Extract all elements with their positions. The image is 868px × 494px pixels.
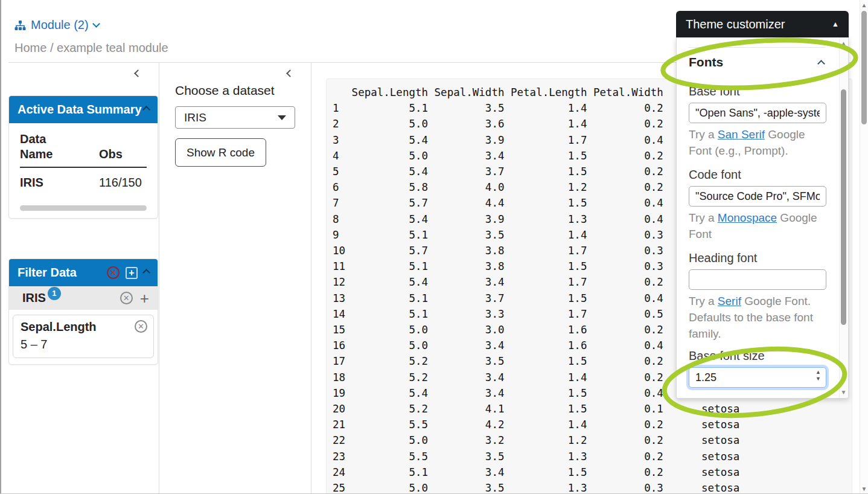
panel-scrollbar[interactable]: ▲ ▼ xyxy=(839,37,847,398)
panel-collapse-triangle-icon[interactable]: ▲ xyxy=(832,20,839,28)
code-font-label: Code font xyxy=(689,168,825,182)
fonts-section-title: Fonts xyxy=(689,55,723,69)
add-dataset-filter-icon[interactable]: + xyxy=(140,292,149,304)
filter-dataset-row: IRIS 1 ✕ + xyxy=(9,286,158,310)
breadcrumb: Home / example teal module xyxy=(14,41,168,55)
sitemap-icon xyxy=(14,21,26,30)
chevron-left-icon xyxy=(134,69,142,77)
sidebar-divider xyxy=(159,63,159,494)
dataset-select-label: Choose a dataset xyxy=(175,83,275,98)
number-spinner[interactable]: ▲ ▼ xyxy=(815,370,821,382)
filter-field-name: Sepal.Length xyxy=(21,320,146,334)
collapse-up-icon[interactable] xyxy=(142,106,150,114)
page-scrollbar[interactable]: ▲ ▼ xyxy=(860,0,868,494)
collapse-up-icon[interactable] xyxy=(142,269,150,277)
panel-scrollbar-thumb[interactable] xyxy=(841,89,846,325)
heading-font-label: Heading font xyxy=(689,251,825,265)
filter-data-title: Filter Data xyxy=(18,266,77,279)
theme-customizer-body: Fonts Base font Try a San Serif Google F… xyxy=(676,37,849,399)
spinner-up-icon[interactable]: ▲ xyxy=(815,370,821,375)
filter-dataset-name: IRIS xyxy=(22,291,46,305)
module-selector-label: Module (2) xyxy=(31,18,89,32)
dataset-select[interactable]: IRIS xyxy=(175,106,295,129)
remove-dataset-filters-icon[interactable]: ✕ xyxy=(120,292,133,304)
base-font-size-input[interactable] xyxy=(689,367,826,388)
code-font-help: Try a Monospace Google Font xyxy=(689,210,829,242)
spinner-down-icon[interactable]: ▼ xyxy=(815,376,821,382)
app-window: Module (2) Home / example teal module Ac… xyxy=(0,0,868,494)
theme-customizer-panel: Theme customizer ▲ Fonts Base font Try a… xyxy=(676,11,849,399)
heading-font-input[interactable] xyxy=(689,269,826,290)
scroll-up-icon[interactable]: ▲ xyxy=(860,2,868,8)
table-row: 20 5.2 4.1 1.5 0.1 setosa xyxy=(333,401,852,417)
window-left-edge xyxy=(0,0,1,494)
fonts-section-header[interactable]: Fonts xyxy=(689,47,825,75)
table-row: 24 5.1 3.4 1.5 0.2 setosa xyxy=(333,464,852,480)
add-filter-icon[interactable]: + xyxy=(126,267,138,279)
scroll-up-icon[interactable]: ▲ xyxy=(840,40,847,47)
scroll-down-icon[interactable]: ▼ xyxy=(860,486,868,492)
filter-data-header[interactable]: Filter Data ✕ + xyxy=(9,259,158,286)
table-row: 25 5.0 3.5 1.3 0.3 setosa xyxy=(333,480,852,494)
module-selector[interactable]: Module (2) xyxy=(14,18,99,32)
sidebar-collapse-button[interactable] xyxy=(135,68,145,77)
page-scrollbar-thumb[interactable] xyxy=(861,11,867,124)
theme-customizer-title: Theme customizer xyxy=(686,18,785,31)
code-font-input[interactable] xyxy=(689,186,826,207)
theme-customizer-header[interactable]: Theme customizer ▲ xyxy=(676,11,849,37)
encoding-collapse-button[interactable] xyxy=(287,68,297,77)
base-font-size-label: Base font size xyxy=(689,349,825,363)
show-r-code-button[interactable]: Show R code xyxy=(175,138,266,167)
active-data-summary-header[interactable]: Active Data Summary xyxy=(9,96,158,123)
select-caret-icon xyxy=(278,115,286,120)
filter-chip-sepal-length: Sepal.Length ✕ 5 – 7 xyxy=(13,315,154,358)
filter-range-value: 5 – 7 xyxy=(21,338,146,351)
remove-filter-icon[interactable]: ✕ xyxy=(135,320,147,333)
remove-all-filters-icon[interactable]: ✕ xyxy=(107,266,120,279)
summary-col-data-name: Data Name xyxy=(20,132,74,162)
base-font-input[interactable] xyxy=(689,103,826,123)
active-data-summary-body: Data Name Obs IRIS 116/150 xyxy=(9,123,158,218)
chevron-left-icon xyxy=(286,69,294,77)
san-serif-link[interactable]: San Serif xyxy=(718,128,765,141)
chevron-down-icon xyxy=(92,20,100,28)
collapse-up-icon xyxy=(817,60,825,68)
base-font-help: Try a San Serif Google Font (e.g., Promp… xyxy=(689,126,829,159)
filter-data-card: Filter Data ✕ + IRIS 1 ✕ + Sepal.Length … xyxy=(8,258,158,365)
filter-count-badge: 1 xyxy=(48,287,61,300)
table-row: 21 5.5 4.2 1.4 0.2 setosa xyxy=(333,417,852,432)
summary-horizontal-scrollbar[interactable] xyxy=(20,205,147,211)
encoding-divider xyxy=(311,63,311,494)
monospace-link[interactable]: Monospace xyxy=(718,211,777,224)
active-data-summary-card: Active Data Summary Data Name Obs IRIS 1… xyxy=(8,95,158,219)
dataset-select-value: IRIS xyxy=(184,111,206,124)
base-font-label: Base font xyxy=(689,85,825,98)
summary-dataset-name: IRIS xyxy=(20,176,74,190)
summary-col-obs: Obs xyxy=(99,147,147,162)
active-data-summary-title: Active Data Summary xyxy=(18,103,142,116)
heading-font-help: Try a Serif Google Font. Defaults to the… xyxy=(689,293,829,342)
scroll-down-icon[interactable]: ▼ xyxy=(840,389,847,396)
summary-row: IRIS 116/150 xyxy=(20,168,147,196)
summary-obs-count: 116/150 xyxy=(99,176,147,190)
serif-link[interactable]: Serif xyxy=(718,295,741,307)
table-row: 23 5.5 3.5 1.3 0.2 setosa xyxy=(333,449,852,464)
table-row: 22 5.0 3.2 1.2 0.2 setosa xyxy=(333,432,852,448)
